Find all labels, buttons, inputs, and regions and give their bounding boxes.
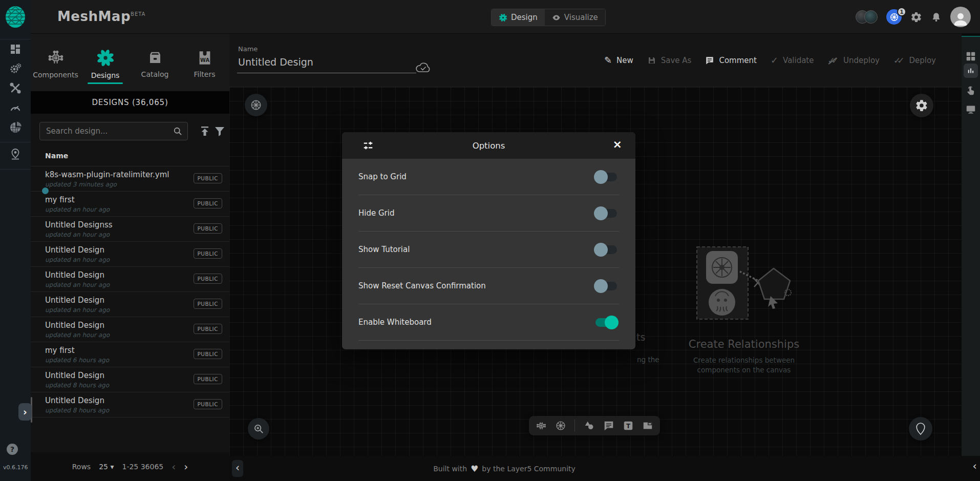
design-row[interactable]: Untitled Design updated an hour ago PUBL… [31,242,229,267]
svg-text:T: T [626,423,631,430]
canvas-footer: ‹ Built with ♥ by the Layer5 Community ‹ [229,456,980,481]
design-spiral-icon [499,13,507,22]
visibility-badge: PUBLIC [194,324,223,334]
wasm-filters-icon: WA [198,50,212,66]
rows-per-page-select[interactable]: 25 ▾ [99,463,114,471]
design-row[interactable]: Untitled Design updated an hour ago PUBL… [31,292,229,317]
enable-whiteboard-toggle[interactable] [595,318,617,327]
components-chip-icon [48,50,64,66]
lifecycle-gears-icon[interactable] [9,62,22,75]
previous-page-button[interactable]: ‹ [172,462,176,472]
design-row[interactable]: Untitled Design updated 8 hours ago PUBL… [31,367,229,392]
save-as-button[interactable]: Save As [647,56,692,65]
design-name-input[interactable] [237,55,416,73]
floppy-icon [647,56,656,65]
design-row[interactable]: Untitled Designss updated an hour ago PU… [31,217,229,242]
tune-sliders-icon [363,140,374,151]
comment-icon [705,56,714,65]
search-icon[interactable] [173,126,183,136]
deploy-button[interactable]: ✓✓ Deploy [893,56,936,65]
dock-comment-icon[interactable] [603,420,614,431]
droplet-button[interactable] [909,417,932,441]
tab-catalog[interactable]: Catalog [130,34,180,91]
heart-icon: ♥ [471,464,478,474]
tab-visualize-mode[interactable]: Visualize [545,9,605,26]
create-relationships-title: Create Relationships [667,338,821,350]
visibility-badge: PUBLIC [194,299,223,309]
snap-to-grid-toggle[interactable] [595,173,617,181]
kubernetes-context-chip[interactable]: 1 [886,9,902,25]
dock-component-icon[interactable] [536,420,547,431]
help-button[interactable]: ? [7,444,18,455]
design-search[interactable] [39,122,188,140]
option-row-enable-whiteboard: Enable Whiteboard [358,304,619,341]
visibility-badge: PUBLIC [194,248,223,259]
user-avatar[interactable] [950,7,971,27]
deploy-icon: ✓✓ [893,56,905,65]
dock-divider [574,420,575,432]
new-button[interactable]: ✎ New [604,56,633,65]
meshmap-pin-icon[interactable] [9,148,22,160]
create-relationships-illustration [693,239,800,326]
touch-interaction-icon[interactable] [965,85,976,96]
options-modal-header[interactable]: Options × [342,132,635,159]
k8s-context-count-badge: 1 [897,7,906,16]
rail-divider [0,169,31,170]
show-reset-canvas-confirmation-toggle[interactable] [595,282,617,290]
pagination-bar: Rows 25 ▾ 1-25 36065 ‹ › [31,452,229,481]
search-input[interactable] [40,127,173,136]
check-icon: ✓ [771,56,778,65]
dashboard-icon[interactable] [9,43,22,55]
dock-kubernetes-icon[interactable] [555,420,566,431]
collaborator-avatar-2[interactable] [864,10,878,24]
undeploy-button[interactable]: ✓✓ Undeploy [827,56,879,65]
create-relationships-description: Create relationships between components … [667,355,821,375]
design-row[interactable]: Untitled Design updated an hour ago PUBL… [31,267,229,292]
cloud-saved-icon [415,62,431,73]
options-modal: Options × Snap to Grid Hide Grid Show Tu… [342,132,635,349]
upload-design-icon[interactable] [199,125,211,137]
design-row[interactable]: my first updated an hour ago PUBLIC [31,192,229,217]
comment-button[interactable]: Comment [705,56,757,65]
show-tutorial-toggle[interactable] [595,245,617,254]
collapse-right-chevron[interactable]: ‹ [973,460,977,472]
filter-funnel-icon[interactable] [214,125,226,137]
tab-design-mode[interactable]: Design [492,9,545,26]
layer5-logo[interactable] [4,6,27,28]
expand-panel-button[interactable]: › [18,403,32,421]
dock-media-icon[interactable] [642,420,653,431]
dock-text-icon[interactable]: T [623,420,634,431]
validate-button[interactable]: ✓ Validate [771,56,814,65]
rail-divider [0,39,31,39]
tab-filters[interactable]: WA Filters [180,34,229,91]
top-bar: MeshMapBETA Design Visualize 1 [31,0,980,34]
design-row[interactable]: Untitled Design updated 8 hours ago PUBL… [31,392,229,417]
design-row[interactable]: my first updated 6 hours ago PUBLIC [31,342,229,367]
pagination-range: 1-25 36065 [122,463,163,471]
canvas-actions: ✎ New Save As Comment ✓ Validate ✓✓ Unde… [604,34,936,87]
collapse-left-chevron[interactable]: ‹ [232,460,243,477]
next-page-button[interactable]: › [184,462,188,472]
display-icon[interactable] [965,103,976,115]
column-header-name: Name [45,152,68,160]
kubernetes-cluster-button[interactable] [245,94,267,116]
analytics-panel-button[interactable] [964,64,978,78]
widgets-icon[interactable] [965,51,976,62]
toolbox-icon[interactable] [9,82,22,94]
canvas-settings-button[interactable] [910,94,933,117]
dock-shapes-icon[interactable] [583,420,595,431]
settings-gear-icon[interactable] [910,11,922,23]
hide-grid-toggle[interactable] [595,209,617,218]
tab-components[interactable]: Components [31,34,80,91]
visibility-badge: PUBLIC [194,198,223,208]
extensions-mesh-icon[interactable] [9,121,22,134]
notifications-bell-icon[interactable] [931,12,942,23]
design-row[interactable]: Untitled Design updated an hour ago PUBL… [31,317,229,342]
tab-designs[interactable]: Designs [80,34,130,91]
design-row[interactable]: k8s-wasm-plugin-ratelimiter.yml updated … [31,166,229,192]
performance-gauge-icon[interactable] [9,101,22,114]
visibility-badge: PUBLIC [194,349,223,359]
close-icon[interactable]: × [613,139,622,150]
zoom-button[interactable] [248,418,269,440]
canvas-toolbar: Name ✎ New Save As Comment ✓ Validate [229,34,962,87]
